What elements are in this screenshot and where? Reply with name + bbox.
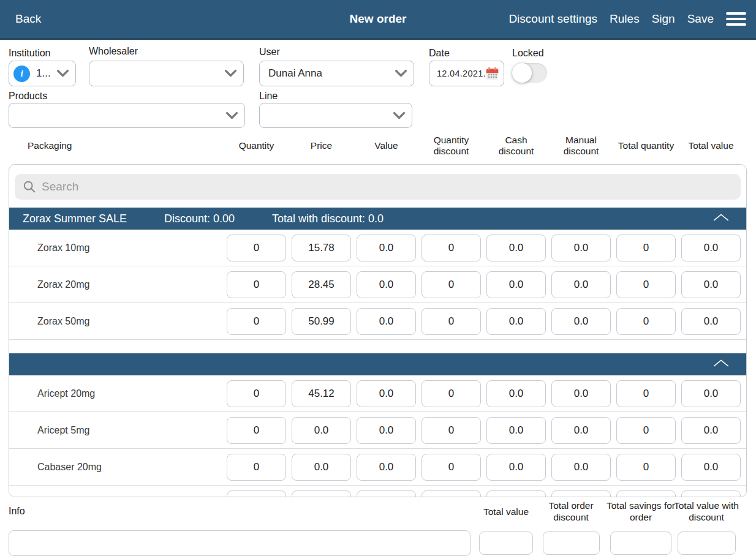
- total-value-input[interactable]: [479, 532, 533, 555]
- total-quantity-input[interactable]: [616, 235, 676, 261]
- rules-button[interactable]: Rules: [610, 12, 640, 26]
- save-button[interactable]: Save: [687, 12, 714, 26]
- menu-icon[interactable]: [726, 12, 746, 26]
- column-header-manual-discount: Manual discount: [551, 131, 611, 160]
- quantity-input[interactable]: [227, 380, 286, 407]
- nav-actions: Discount settings Rules Sign Save: [508, 12, 746, 26]
- table-row: Cabaser 20mg: [9, 449, 746, 486]
- locked-toggle[interactable]: [512, 63, 547, 83]
- product-section: Aricept 20mgAricept 5mgCabaser 20mg: [9, 353, 746, 486]
- total-value-input[interactable]: [681, 308, 741, 335]
- price-input[interactable]: [292, 235, 351, 261]
- manual-discount-input[interactable]: [551, 308, 611, 335]
- user-select[interactable]: Dunai Anna: [259, 61, 414, 86]
- product-name: Zorax 50mg: [37, 316, 89, 327]
- price-input[interactable]: [292, 380, 351, 407]
- column-header-quantity: Quantity: [227, 131, 286, 160]
- total-quantity-input[interactable]: [616, 380, 676, 407]
- total-value-input[interactable]: [681, 417, 741, 444]
- sign-button[interactable]: Sign: [652, 12, 675, 26]
- institution-select[interactable]: i 1...: [9, 61, 76, 86]
- value-input[interactable]: [357, 454, 416, 481]
- total-quantity-input[interactable]: [616, 417, 676, 444]
- quantity-discount-input[interactable]: [421, 490, 481, 497]
- total-value-input[interactable]: [681, 454, 741, 481]
- table-row: Zorax 10mg: [9, 230, 746, 266]
- products-select[interactable]: [9, 103, 245, 128]
- institution-value: 1...: [30, 67, 51, 80]
- price-input[interactable]: [292, 490, 351, 497]
- column-header-cash-discount: Cash discount: [486, 131, 546, 160]
- product-name: Zorax 10mg: [37, 242, 89, 254]
- manual-discount-input[interactable]: [551, 271, 611, 298]
- table-row: Zorax 20mg: [9, 266, 746, 303]
- wholesaler-label: Wholesaler: [89, 46, 138, 57]
- quantity-discount-input[interactable]: [421, 417, 481, 444]
- value-input[interactable]: [357, 271, 416, 298]
- quantity-input[interactable]: [227, 308, 286, 335]
- quantity-discount-input[interactable]: [421, 235, 481, 261]
- quantity-discount-input[interactable]: [421, 454, 481, 481]
- info-icon[interactable]: i: [13, 66, 30, 82]
- total-value-input[interactable]: [681, 490, 741, 497]
- total-value-input[interactable]: [681, 271, 741, 298]
- wholesaler-select[interactable]: [89, 61, 244, 86]
- cash-discount-input[interactable]: [486, 490, 546, 497]
- date-field[interactable]: 12.04.2021.: [429, 61, 504, 86]
- quantity-discount-input[interactable]: [421, 380, 481, 407]
- value-input[interactable]: [357, 417, 416, 444]
- product-name: Aricept 5mg: [37, 425, 89, 436]
- total-value-input[interactable]: [681, 380, 741, 407]
- cash-discount-input[interactable]: [486, 308, 546, 335]
- total-quantity-input[interactable]: [616, 308, 676, 335]
- total-value-with-discount-label: Total value with discount: [668, 498, 744, 525]
- discount-settings-button[interactable]: Discount settings: [508, 12, 597, 26]
- total-quantity-input[interactable]: [616, 490, 676, 497]
- info-input[interactable]: [9, 530, 471, 556]
- line-select[interactable]: [259, 103, 412, 128]
- value-input[interactable]: [357, 308, 416, 335]
- locked-label: Locked: [512, 48, 544, 59]
- value-input[interactable]: [357, 235, 416, 261]
- manual-discount-input[interactable]: [551, 417, 611, 444]
- value-input[interactable]: [357, 490, 416, 497]
- manual-discount-input[interactable]: [551, 235, 611, 261]
- manual-discount-input[interactable]: [551, 490, 611, 497]
- quantity-discount-input[interactable]: [421, 308, 481, 335]
- quantity-input[interactable]: [227, 417, 286, 444]
- total-order-discount-input[interactable]: [543, 532, 600, 555]
- total-value-input[interactable]: [681, 235, 741, 261]
- cash-discount-input[interactable]: [486, 380, 546, 407]
- manual-discount-input[interactable]: [551, 454, 611, 481]
- quantity-input[interactable]: [227, 235, 286, 261]
- cash-discount-input[interactable]: [486, 271, 546, 298]
- toggle-knob: [512, 63, 532, 83]
- value-input[interactable]: [357, 380, 416, 407]
- total-quantity-input[interactable]: [616, 454, 676, 481]
- cash-discount-input[interactable]: [486, 235, 546, 261]
- total-savings-input[interactable]: [610, 532, 671, 555]
- quantity-input[interactable]: [227, 271, 286, 298]
- price-input[interactable]: [292, 271, 351, 298]
- total-value-with-discount-input[interactable]: [678, 532, 736, 555]
- chevron-down-icon: [56, 69, 69, 78]
- collapse-chevron-up-icon[interactable]: [712, 213, 730, 225]
- calendar-icon[interactable]: [486, 65, 499, 82]
- cash-discount-input[interactable]: [486, 417, 546, 444]
- price-input[interactable]: [292, 308, 351, 335]
- quantity-input[interactable]: [227, 490, 286, 497]
- search-input[interactable]: [36, 180, 741, 193]
- section-header-bar[interactable]: [9, 353, 746, 375]
- user-value: Dunai Anna: [260, 67, 322, 80]
- quantity-discount-input[interactable]: [421, 271, 481, 298]
- collapse-chevron-up-icon[interactable]: [712, 359, 730, 370]
- total-quantity-input[interactable]: [616, 271, 676, 298]
- manual-discount-input[interactable]: [551, 380, 611, 407]
- chevron-down-icon: [224, 69, 237, 78]
- price-input[interactable]: [292, 454, 351, 481]
- section-header-bar[interactable]: Zorax Summer SALEDiscount: 0.00Total wit…: [9, 208, 746, 230]
- cash-discount-input[interactable]: [486, 454, 546, 481]
- product-name: Zorax 20mg: [37, 279, 89, 290]
- price-input[interactable]: [292, 417, 351, 444]
- quantity-input[interactable]: [227, 454, 286, 481]
